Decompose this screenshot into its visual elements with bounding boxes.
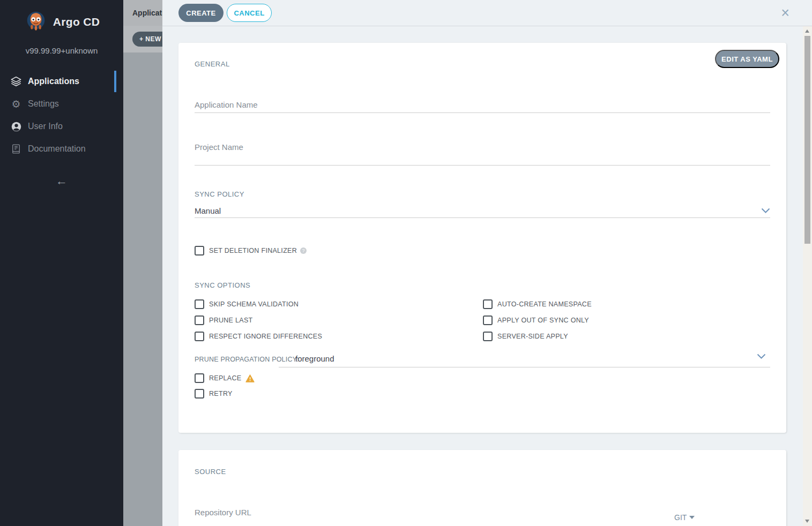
server-side-apply-checkbox[interactable]: SERVER-SIDE APPLY [483,332,568,341]
left-arrow-icon: ← [56,174,68,187]
background-page-title: Applications [123,9,162,17]
book-icon [10,142,23,155]
prune-last-checkbox[interactable]: PRUNE LAST [195,315,253,325]
sync-options-title: SYNC OPTIONS [195,281,250,289]
layers-icon [10,75,23,88]
sync-policy-label: SYNC POLICY [195,190,244,198]
new-application-panel: CREATE CANCEL × GENERAL EDIT AS YAML App… [162,0,812,526]
scrollbar-thumb[interactable] [804,36,810,244]
option-label: RETRY [209,390,233,397]
application-name-label: Application Name [195,100,258,109]
repo-type-select[interactable]: GIT [674,513,695,522]
application-name-input[interactable]: Application Name [195,100,770,113]
cancel-button[interactable]: CANCEL [227,4,272,22]
collapse-sidebar-button[interactable]: ← [0,174,123,188]
sidebar: Argo CD v99.99.99+unknown Applications ⚙… [0,0,123,526]
edit-as-yaml-button[interactable]: EDIT AS YAML [715,50,779,68]
project-name-label: Project Name [195,142,243,152]
help-icon[interactable]: ? [300,247,307,254]
prune-propagation-policy-select[interactable]: foreground [279,352,770,367]
checkbox[interactable] [195,373,204,383]
sync-policy-value: Manual [195,206,221,215]
source-section-title: SOURCE [195,468,226,476]
skip-schema-validation-checkbox[interactable]: SKIP SCHEMA VALIDATION [195,299,299,309]
set-deletion-finalizer-checkbox[interactable]: SET DELETION FINALIZER ? [195,246,307,256]
checkbox[interactable] [195,315,204,325]
option-label: REPLACE [209,374,241,382]
retry-checkbox[interactable]: RETRY [195,389,233,399]
sidebar-item-label: Documentation [28,144,86,154]
checkbox[interactable] [195,389,204,399]
repo-type-value: GIT [674,513,687,522]
panel-toolbar: CREATE CANCEL × [162,0,812,26]
option-label: RESPECT IGNORE DIFFERENCES [209,333,322,340]
repository-url-label: Repository URL [195,508,251,517]
prune-propagation-policy-value: foreground [295,354,334,363]
sync-policy-select[interactable]: Manual [195,206,770,218]
prune-propagation-policy-row: PRUNE PROPAGATION POLICY: foreground [195,352,770,369]
option-label: AUTO-CREATE NAMESPACE [497,300,592,308]
general-section-card: GENERAL EDIT AS YAML Application Name Pr… [178,43,786,433]
checkbox[interactable] [195,299,204,309]
argo-octopus-logo-icon [24,9,48,35]
checkbox[interactable] [483,299,493,309]
option-label: PRUNE LAST [209,317,253,324]
background-page: Applications + NEW [123,0,162,526]
sidebar-item-user-info[interactable]: User Info [0,115,123,138]
brand: Argo CD [0,0,123,35]
sidebar-item-label: Applications [28,77,79,86]
general-section-title: GENERAL [195,60,230,68]
option-label: APPLY OUT OF SYNC ONLY [497,317,589,324]
panel-body: GENERAL EDIT AS YAML Application Name Pr… [162,26,803,526]
sidebar-item-label: Settings [28,99,59,109]
background-header: Applications [123,0,162,26]
sidebar-nav: Applications ⚙ Settings User Info [0,70,123,160]
brand-title: Argo CD [53,16,100,28]
warning-icon [245,374,255,382]
checkbox[interactable] [195,332,204,341]
set-deletion-finalizer-label: SET DELETION FINALIZER [209,247,297,254]
project-name-input[interactable]: Project Name [195,142,770,166]
checkbox[interactable] [483,315,493,325]
caret-down-icon [689,516,695,519]
sidebar-item-applications[interactable]: Applications [0,70,123,93]
active-indicator [114,71,116,92]
option-label: SKIP SCHEMA VALIDATION [209,300,299,308]
chevron-down-icon [761,208,770,214]
sidebar-item-label: User Info [28,122,63,131]
version-label: v99.99.99+unknown [0,46,123,55]
gear-icon: ⚙ [10,97,23,110]
create-button[interactable]: CREATE [178,4,224,22]
close-icon[interactable]: × [781,4,789,21]
replace-checkbox[interactable]: REPLACE [195,373,255,383]
sidebar-item-settings[interactable]: ⚙ Settings [0,93,123,115]
option-label: SERVER-SIDE APPLY [497,333,568,340]
scroll-up-icon[interactable] [805,29,809,33]
background-toolbar: + NEW [123,26,162,52]
background-content [123,52,162,526]
respect-ignore-differences-checkbox[interactable]: RESPECT IGNORE DIFFERENCES [195,332,322,341]
checkbox[interactable] [483,332,493,341]
new-app-button[interactable]: + NEW [132,32,162,47]
auto-create-namespace-checkbox[interactable]: AUTO-CREATE NAMESPACE [483,299,592,309]
vertical-scrollbar[interactable] [803,26,812,526]
scroll-down-icon[interactable] [805,520,809,523]
checkbox[interactable] [195,246,204,256]
chevron-down-icon [757,354,766,359]
source-section-card: SOURCE Repository URL GIT [178,450,786,526]
sidebar-item-documentation[interactable]: Documentation [0,138,123,160]
apply-out-of-sync-only-checkbox[interactable]: APPLY OUT OF SYNC ONLY [483,315,589,325]
user-icon [10,120,23,133]
